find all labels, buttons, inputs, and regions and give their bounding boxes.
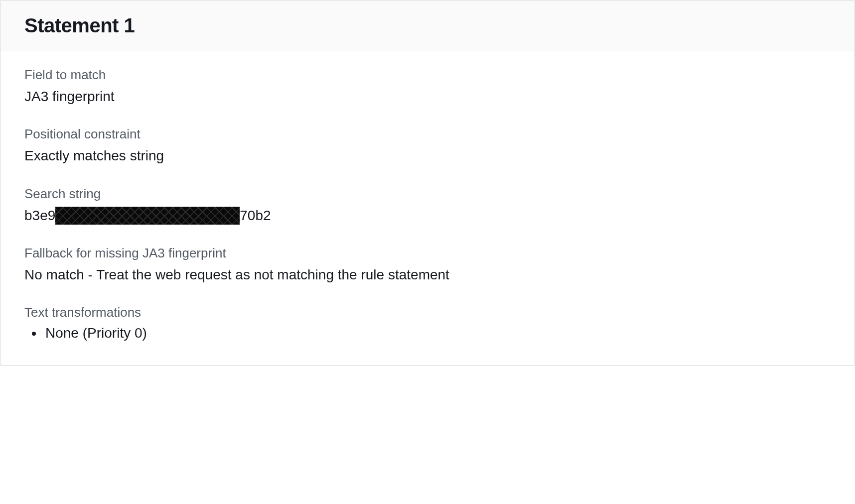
search-string-value: b3e9 70b2 xyxy=(24,207,831,225)
fallback-group: Fallback for missing JA3 fingerprint No … xyxy=(24,246,831,284)
field-to-match-group: Field to match JA3 fingerprint xyxy=(24,67,831,106)
search-string-suffix: 70b2 xyxy=(240,209,271,223)
field-to-match-value: JA3 fingerprint xyxy=(24,88,831,106)
search-string-group: Search string b3e9 70b2 xyxy=(24,186,831,225)
text-transformations-list: None (Priority 0) xyxy=(24,325,831,341)
card-body: Field to match JA3 fingerprint Positiona… xyxy=(0,51,855,365)
search-string-prefix: b3e9 xyxy=(24,209,55,223)
redacted-icon xyxy=(55,207,240,225)
statement-card: Statement 1 Field to match JA3 fingerpri… xyxy=(0,0,855,366)
card-header: Statement 1 xyxy=(0,0,855,51)
positional-constraint-value: Exactly matches string xyxy=(24,147,831,165)
text-transformations-label: Text transformations xyxy=(24,305,831,320)
field-to-match-label: Field to match xyxy=(24,67,831,83)
statement-title: Statement 1 xyxy=(24,14,831,37)
positional-constraint-label: Positional constraint xyxy=(24,126,831,142)
list-item: None (Priority 0) xyxy=(43,325,831,341)
positional-constraint-group: Positional constraint Exactly matches st… xyxy=(24,126,831,165)
fallback-value: No match - Treat the web request as not … xyxy=(24,266,831,284)
text-transformations-group: Text transformations None (Priority 0) xyxy=(24,305,831,341)
fallback-label: Fallback for missing JA3 fingerprint xyxy=(24,246,831,261)
search-string-label: Search string xyxy=(24,186,831,202)
